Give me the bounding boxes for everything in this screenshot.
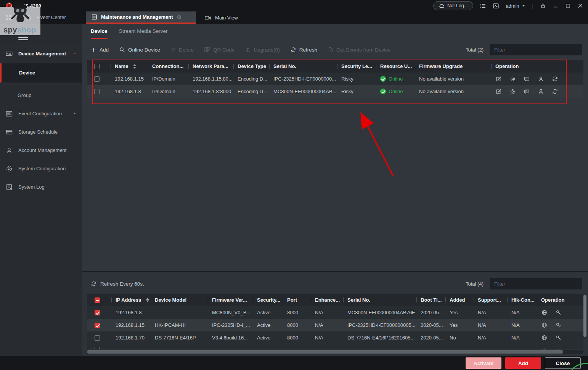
col-security[interactable]: Security Le... — [337, 60, 376, 73]
horizontal-scrollbar-thumb[interactable] — [87, 350, 563, 354]
reset-password-key-icon[interactable] — [555, 309, 562, 316]
status-monitor-icon[interactable] — [493, 3, 499, 9]
web-browse-globe-icon[interactable] — [541, 309, 548, 316]
sidebar-item-device[interactable]: Device — [0, 63, 82, 82]
device-type: Encoding D... — [233, 73, 269, 85]
device-row-2[interactable]: 192.168.1.8 IP/Domain 192.168.1.8:8000 E… — [87, 85, 583, 98]
lock-icon[interactable] — [540, 3, 546, 9]
not-logged-button[interactable]: Not Log... — [433, 1, 473, 10]
select-all-checkbox[interactable] — [95, 297, 100, 303]
col-boot-time[interactable]: Boot Ti... — [416, 294, 445, 306]
refresh-label: Refresh — [299, 47, 317, 53]
main-view-tab-label: Main View — [215, 15, 238, 21]
edit-icon[interactable] — [495, 88, 502, 95]
row-checkbox[interactable] — [95, 335, 100, 341]
vertical-scrollbar-thumb[interactable] — [583, 295, 586, 337]
sync-icon[interactable] — [552, 88, 558, 95]
col-firmware-version[interactable]: Firmware Ver... — [208, 294, 253, 306]
activate-button[interactable]: Activate — [466, 357, 501, 369]
row-checkbox[interactable] — [95, 323, 100, 328]
col-hik-connect[interactable]: Hik-Con... — [507, 294, 537, 306]
add-device-button[interactable]: Add — [505, 357, 541, 369]
web-browse-globe-icon[interactable] — [541, 348, 548, 349]
reset-password-key-icon[interactable] — [555, 334, 562, 341]
minimize-button[interactable] — [553, 3, 559, 9]
col-port[interactable]: Port — [283, 294, 311, 306]
remote-config-icon[interactable] — [524, 88, 530, 95]
device-filter-input[interactable] — [490, 44, 582, 55]
subtab-stream-media-server[interactable]: Stream Media Server — [119, 24, 168, 39]
row-checkbox[interactable] — [95, 347, 100, 349]
sidebar-item-storage-schedule[interactable]: Storage Schedule — [0, 125, 82, 139]
user-menu[interactable]: admin — [506, 3, 525, 9]
reset-password-key-icon[interactable] — [555, 322, 562, 328]
user-management-icon[interactable] — [538, 88, 544, 95]
delete-button[interactable]: Delete — [170, 47, 194, 53]
online-device-button[interactable]: Online Device — [119, 47, 160, 53]
web-browse-globe-icon[interactable] — [541, 322, 548, 328]
online-filter-input[interactable] — [490, 278, 582, 289]
col-firmware[interactable]: Firmware Upgrade — [415, 60, 491, 73]
sidebar-item-system-configuration[interactable]: System Configuration — [0, 162, 82, 176]
close-tab-icon[interactable] — [177, 15, 182, 20]
col-resource[interactable]: Resource U... — [376, 60, 415, 73]
device-row-1[interactable]: 192.168.1.15 IP/Domain 192.168.1.15:80..… — [87, 73, 583, 85]
modules-grid-icon[interactable] — [5, 14, 12, 21]
remote-config-icon[interactable] — [524, 76, 530, 82]
col-serial[interactable]: Serial No. — [269, 60, 337, 73]
reset-password-key-icon[interactable] — [555, 348, 562, 349]
col-ip-address[interactable]: IP Address — [111, 294, 151, 306]
online-model: HK-IPCAM-HI — [151, 319, 208, 331]
online-row-partial[interactable] — [87, 344, 583, 349]
sort-arrows-icon[interactable] — [133, 64, 136, 69]
sidebar: Device Management Device Group Event Con… — [0, 24, 82, 356]
col-connection[interactable]: Connection... — [148, 60, 188, 73]
user-management-icon[interactable] — [538, 76, 544, 82]
sort-arrows-icon[interactable] — [146, 298, 149, 302]
online-row-1[interactable]: 192.168.1.8 MC800N_V0_B... Active 8000 N… — [87, 306, 583, 319]
col-serial[interactable]: Serial No. — [343, 294, 416, 306]
sidebar-item-system-log[interactable]: System Log — [0, 180, 82, 194]
row-checkbox[interactable] — [95, 310, 100, 315]
sidebar-item-event-configuration[interactable]: Event Configuration — [0, 107, 82, 121]
row-checkbox[interactable] — [94, 76, 100, 82]
qr-code-button[interactable]: QR Code — [204, 47, 235, 53]
col-device-type[interactable]: Device Type — [233, 60, 269, 73]
alarm-bell-icon[interactable] — [25, 14, 32, 21]
sidebar-item-group[interactable]: Group — [0, 89, 82, 102]
web-browse-globe-icon[interactable] — [541, 334, 548, 341]
edit-icon[interactable] — [495, 76, 502, 82]
task-list-icon[interactable] — [480, 3, 486, 9]
col-added[interactable]: Added — [445, 294, 474, 306]
online-row-2[interactable]: 192.168.1.15 HK-IPCAM-HI IPC-2325HD-I_..… — [87, 319, 583, 331]
col-name-label: Name — [115, 63, 128, 69]
sidebar-item-account-management[interactable]: Account Management — [0, 144, 82, 157]
event-center-label[interactable]: Event Center — [37, 11, 66, 24]
upgrade-button[interactable]: Upgrade(0) — [245, 47, 280, 53]
footer-bar: Activate Add Close — [0, 356, 588, 370]
row-checkbox[interactable] — [94, 89, 100, 94]
col-device-model[interactable]: Device Model — [151, 294, 208, 306]
auto-refresh-control[interactable]: Refresh Every 60s. — [91, 281, 144, 287]
close-window-button[interactable] — [577, 3, 583, 9]
col-network[interactable]: Network Para... — [188, 60, 233, 73]
col-security[interactable]: Security... — [253, 294, 283, 306]
subtab-device[interactable]: Device — [91, 24, 108, 39]
select-all-checkbox[interactable] — [94, 64, 100, 69]
tab-main-view[interactable]: Main View — [199, 11, 243, 24]
online-row-3[interactable]: 192.168.1.70 DS-7716N-E4/16P V3.4.6build… — [87, 331, 583, 344]
col-enhanced[interactable]: Enhance... — [311, 294, 343, 306]
close-button[interactable]: Close — [545, 357, 581, 369]
tab-maintenance-and-management[interactable]: Maintenance and Management — [86, 11, 196, 24]
device-connection: IP/Domain — [148, 85, 188, 98]
get-events-button[interactable]: Get Events from Device — [328, 47, 391, 53]
add-button[interactable]: Add — [91, 47, 109, 53]
settings-gear-icon[interactable] — [509, 88, 516, 95]
sync-icon[interactable] — [552, 76, 558, 82]
col-support[interactable]: Support... — [474, 294, 507, 306]
sidebar-item-device-management[interactable]: Device Management — [0, 47, 82, 60]
col-name[interactable]: Name — [111, 60, 148, 73]
maximize-button[interactable] — [565, 3, 571, 9]
refresh-button[interactable]: Refresh — [290, 47, 317, 53]
settings-gear-icon[interactable] — [509, 76, 516, 82]
